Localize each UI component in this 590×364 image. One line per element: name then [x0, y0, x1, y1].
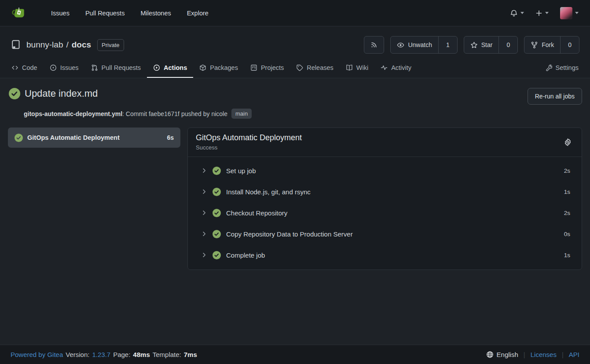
nav-link-issues[interactable]: Issues: [51, 10, 70, 17]
top-navbar: Issues Pull Requests Milestones Explore: [0, 0, 590, 26]
globe-icon: [486, 351, 494, 358]
gitea-logo-icon[interactable]: [11, 6, 26, 21]
api-link[interactable]: API: [569, 351, 579, 358]
stars-count[interactable]: 0: [498, 36, 517, 53]
commit-text: : Commit faebe1671f pushed by nicole: [122, 110, 227, 117]
tab-code[interactable]: Code: [5, 59, 44, 78]
page-time-label: Page:: [113, 351, 130, 358]
star-button[interactable]: Star: [464, 36, 499, 53]
step-row-install[interactable]: Install Node.js, git, and rsync 1s: [188, 181, 582, 202]
jobs-sidebar: GitOps Automatic Deployment 6s: [8, 127, 180, 148]
repo-icon: [11, 40, 21, 50]
job-duration: 6s: [167, 134, 174, 141]
footer-divider: |: [524, 351, 525, 358]
caret-down-icon: [545, 12, 549, 14]
tab-releases[interactable]: Releases: [290, 59, 339, 78]
step-duration: 1s: [564, 252, 570, 258]
tab-actions[interactable]: Actions: [147, 59, 193, 78]
project-board-icon: [250, 64, 257, 71]
run-commit-info: gitops-automatic-deployment.yml: Commit …: [24, 109, 582, 119]
chevron-right-icon: [202, 252, 207, 258]
book-open-icon: [346, 64, 353, 71]
footer-divider: |: [562, 351, 564, 358]
job-status-text: Success: [196, 144, 302, 151]
avatar: [560, 7, 572, 19]
powered-by-gitea-link[interactable]: Powered by Gitea: [11, 351, 63, 358]
repo-name-link[interactable]: docs: [72, 40, 91, 49]
step-success-icon: [213, 167, 221, 175]
step-row-setup[interactable]: Set up job 2s: [188, 160, 582, 181]
version-label: Version:: [66, 351, 89, 358]
eye-icon: [397, 41, 404, 49]
fork-button[interactable]: Fork: [524, 36, 560, 53]
nav-link-pull-requests[interactable]: Pull Requests: [85, 10, 125, 17]
job-steps-panel: GitOps Automatic Deployment Success Set …: [187, 127, 582, 270]
step-row-complete[interactable]: Complete job 1s: [188, 244, 582, 266]
job-settings-button[interactable]: [562, 136, 574, 148]
caret-down-icon: [575, 12, 579, 14]
repo-tabs: Code Issues Pull Requests Actions: [0, 59, 590, 78]
tab-activity[interactable]: Activity: [374, 59, 418, 78]
watchers-count[interactable]: 1: [438, 36, 457, 53]
step-row-copy[interactable]: Copy Repository Data to Production Serve…: [188, 223, 582, 244]
version-link[interactable]: 1.23.7: [92, 351, 110, 358]
package-icon: [199, 64, 206, 71]
fork-icon: [531, 41, 538, 49]
branch-badge[interactable]: main: [231, 109, 252, 119]
step-success-icon: [213, 188, 221, 196]
licenses-link[interactable]: Licenses: [531, 351, 557, 358]
tab-pull-requests[interactable]: Pull Requests: [85, 59, 147, 78]
nav-link-explore[interactable]: Explore: [187, 10, 209, 17]
tab-projects[interactable]: Projects: [244, 59, 290, 78]
step-duration: 2s: [564, 167, 570, 174]
settings-tools-icon: [545, 64, 552, 71]
rss-feed-button[interactable]: [364, 36, 384, 54]
panel-job-title: GitOps Automatic Deployment: [196, 133, 302, 142]
rss-icon: [370, 41, 377, 48]
step-success-icon: [213, 230, 221, 238]
step-row-checkout[interactable]: Checkout Repository 2s: [188, 202, 582, 223]
star-button-group: Star 0: [464, 36, 518, 54]
tab-packages[interactable]: Packages: [193, 59, 244, 78]
run-success-icon: [9, 88, 20, 99]
fork-button-group: Fork 0: [524, 36, 579, 54]
page-footer: Powered by Gitea Version: 1.23.7 Page: 4…: [0, 345, 590, 364]
workflow-file-link[interactable]: gitops-automatic-deployment.yml: [24, 110, 122, 117]
step-success-icon: [213, 209, 221, 217]
user-menu[interactable]: [560, 7, 579, 19]
language-selector[interactable]: English: [486, 351, 518, 358]
rerun-all-jobs-button[interactable]: Re-run all jobs: [528, 88, 582, 105]
step-duration: 2s: [564, 210, 570, 216]
issue-icon: [50, 64, 57, 71]
star-icon: [470, 41, 478, 49]
notifications-button[interactable]: [510, 9, 524, 17]
job-success-icon: [15, 134, 23, 142]
caret-down-icon: [520, 12, 524, 14]
tag-icon: [296, 64, 303, 71]
nav-link-milestones[interactable]: Milestones: [140, 10, 171, 17]
chevron-right-icon: [202, 189, 207, 194]
unwatch-button[interactable]: Unwatch: [391, 36, 438, 53]
tab-wiki[interactable]: Wiki: [340, 59, 374, 78]
run-title: Update index.md: [25, 88, 98, 99]
step-duration: 1s: [564, 189, 570, 195]
chevron-right-icon: [202, 231, 207, 237]
create-new-button[interactable]: [535, 10, 549, 17]
template-time-value: 7ms: [184, 351, 197, 358]
code-icon: [11, 64, 18, 71]
step-success-icon: [213, 251, 221, 259]
repo-header: bunny-lab/docs Private: [0, 26, 590, 78]
chevron-right-icon: [202, 168, 207, 173]
steps-list: Set up job 2s Install Node.js, git, and …: [188, 157, 582, 269]
job-list-item[interactable]: GitOps Automatic Deployment 6s: [8, 127, 180, 148]
repo-owner-link[interactable]: bunny-lab: [26, 40, 63, 49]
actions-play-icon: [153, 64, 160, 71]
pulse-icon: [381, 64, 388, 71]
step-duration: 0s: [564, 231, 570, 237]
forks-count[interactable]: 0: [560, 36, 579, 53]
tab-issues[interactable]: Issues: [44, 59, 85, 78]
plus-icon: [535, 10, 542, 17]
job-name: GitOps Automatic Deployment: [27, 134, 162, 141]
bell-icon: [510, 9, 518, 17]
tab-settings[interactable]: Settings: [539, 59, 585, 78]
